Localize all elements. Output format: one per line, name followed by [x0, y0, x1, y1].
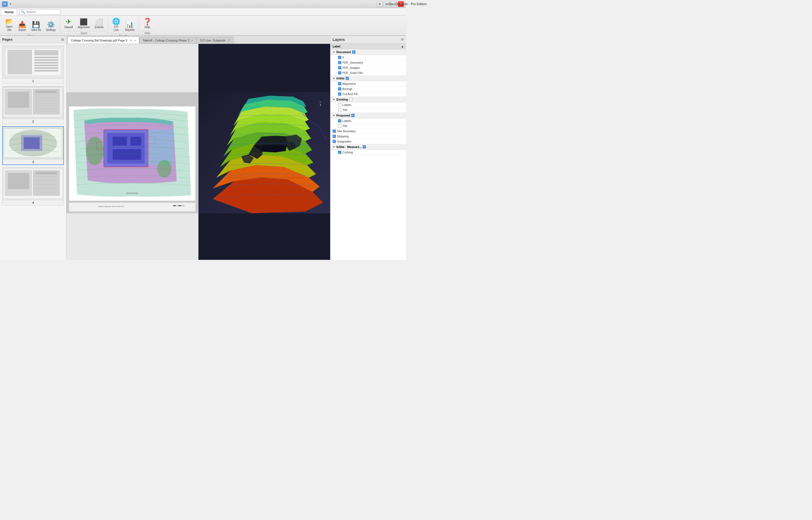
layer-item-pdf-geometry-checkbox[interactable]: ✓: [338, 61, 341, 64]
page-thumb-label-1: 1: [2, 78, 64, 83]
layer-item-0-checkbox[interactable]: ✓: [338, 56, 341, 59]
tab-college-crossing[interactable]: College Crossing Bid Drawings.pdf Page 3…: [67, 36, 139, 44]
page-thumb-svg-4: [2, 167, 64, 200]
save-as-button[interactable]: 💾 Save As: [29, 20, 43, 33]
titlebar: IE ▾ InSite Elevation - Pro Edition ⧉ ─ …: [0, 0, 406, 8]
search-input[interactable]: [26, 10, 59, 14]
layer-group-insite-measure[interactable]: ▼ InSite - Measure... ✓: [330, 144, 406, 150]
layer-item-curbing-label: Curbing: [342, 151, 404, 154]
layer-group-insite[interactable]: ▼ InSite ✓: [330, 76, 406, 81]
layer-item-stripping-checkbox[interactable]: ✓: [333, 135, 336, 138]
takeoff-button[interactable]: ✈ Takeoff: [62, 17, 75, 30]
layer-item-subgrades-checkbox[interactable]: ✓: [333, 140, 336, 143]
ribbon-group-zoom-items: ✈ Takeoff ⬛ Alignment ⬜ Extents: [62, 17, 106, 31]
alignment-button[interactable]: ⬛ Alignment: [76, 17, 91, 30]
restore-button[interactable]: ⧉: [377, 1, 383, 7]
layers-column-sort-icon[interactable]: ▲: [401, 45, 404, 48]
layer-item-cut-and-fill-checkbox[interactable]: ✓: [338, 93, 341, 96]
search-icon: 🔍: [21, 10, 25, 14]
help-button[interactable]: ❓ Help: [141, 17, 154, 30]
ribbon-group-zoom-label: Zoom: [62, 31, 106, 35]
pages-header: Pages ⊞: [0, 36, 66, 43]
page-thumb-svg-2: [2, 86, 64, 119]
layer-group-proposed[interactable]: ▼ Proposed ✓: [330, 113, 406, 119]
layer-item-borings-checkbox[interactable]: ✓: [338, 87, 341, 90]
settings-label: Settings: [46, 28, 56, 32]
import-button[interactable]: 📥 Import: [16, 20, 28, 33]
titlebar-title: InSite Elevation - Pro Edition: [385, 2, 406, 6]
open-job-icon: 📂: [5, 18, 13, 25]
layers-list: ▼ Document ✓ ✓ 0 ✓ PDF_Geometry ✓ PDF_Im…: [330, 49, 406, 260]
tab-3d-live-close[interactable]: ✕: [228, 38, 231, 42]
svg-rect-15: [36, 90, 57, 93]
layer-item-pdf-solid-fills-checkbox[interactable]: ✓: [338, 71, 341, 75]
layer-group-document-checkbox[interactable]: ✓: [352, 50, 355, 54]
tab-3d-live-label: 3-D Live: Subgrade: [200, 39, 226, 42]
layer-item-curbing-checkbox[interactable]: ✓: [338, 151, 341, 154]
3d-live-button[interactable]: 🌐 3-DLive: [110, 17, 122, 33]
layer-group-proposed-label: Proposed: [336, 114, 350, 117]
ribbon-content: 📂 OpenJob 📥 Import 💾 Save As ⚙️ Settings…: [0, 16, 406, 35]
page-thumb-img-2: [2, 86, 64, 119]
layer-item-proposed-labels-checkbox[interactable]: ✓: [338, 119, 341, 123]
open-job-button[interactable]: 📂 OpenJob: [3, 17, 15, 33]
pages-panel-options-icon[interactable]: ⊞: [61, 38, 64, 42]
page-thumb-2[interactable]: 2: [2, 86, 64, 124]
svg-rect-9: [34, 70, 58, 71]
layer-item-cut-and-fill-label: Cut And Fill: [342, 93, 404, 96]
page-thumb-svg-1: [2, 46, 64, 78]
layer-group-insite-measure-checkbox[interactable]: ✓: [363, 145, 366, 149]
tab-takeoff-dropdown[interactable]: ▾: [191, 39, 193, 42]
pages-panel-title: Pages: [2, 37, 12, 42]
layer-group-existing[interactable]: ▼ Existing: [330, 97, 406, 102]
page-thumb-svg-3: [3, 127, 63, 159]
layer-item-pdf-images-label: PDF_Images: [342, 66, 404, 69]
page-thumb-3[interactable]: 3: [2, 126, 64, 165]
3d-view-panel[interactable]: N: [198, 44, 330, 260]
collapse-insite-icon: ▼: [333, 77, 335, 80]
layers-column-header: Label ▲: [330, 44, 406, 49]
layer-item-pdf-images-checkbox[interactable]: ✓: [338, 66, 341, 69]
layer-group-proposed-checkbox[interactable]: ✓: [351, 114, 355, 117]
reports-icon: 📊: [126, 21, 134, 28]
layer-group-existing-checkbox[interactable]: [349, 98, 352, 101]
layer-group-document[interactable]: ▼ Document ✓: [330, 49, 406, 55]
page-thumb-1[interactable]: 1: [2, 46, 64, 84]
svg-rect-5: [34, 59, 58, 61]
svg-point-48: [86, 136, 104, 165]
layer-item-alignment-checkbox[interactable]: ✓: [338, 82, 341, 85]
svg-rect-19: [36, 102, 57, 104]
layer-item-alignment-label: Alignment: [342, 82, 404, 85]
layers-settings-icon[interactable]: ⚙: [401, 38, 404, 42]
settings-button[interactable]: ⚙️ Settings: [44, 20, 58, 33]
main: Pages ⊞: [0, 36, 406, 260]
menu-button[interactable]: ▾: [10, 2, 11, 6]
tab-takeoff[interactable]: Takeoff - College Crossing Phase 2 ▾: [139, 36, 196, 44]
tab-home[interactable]: Home: [1, 9, 17, 16]
svg-rect-55: [179, 205, 181, 206]
svg-rect-2: [8, 50, 32, 74]
import-label: Import: [19, 28, 26, 32]
ribbon-group-zoom: ✈ Takeoff ⬛ Alignment ⬜ Extents Zoom: [60, 17, 108, 35]
tab-college-crossing-dropdown[interactable]: ▾: [134, 39, 136, 42]
ribbon: Home 🔍 📂 OpenJob 📥 Import 💾 Save As: [0, 8, 406, 36]
layer-item-site-boundary-checkbox[interactable]: ✓: [333, 130, 336, 133]
layer-item-proposed-tin-checkbox[interactable]: [338, 124, 341, 128]
ribbon-group-help-items: ❓ Help: [141, 17, 154, 31]
search-box[interactable]: 🔍: [19, 9, 61, 15]
reports-button[interactable]: 📊 Reports: [123, 20, 136, 33]
save-as-label: Save As: [31, 28, 41, 32]
layer-item-existing-tin-checkbox[interactable]: [338, 108, 341, 112]
layer-item-existing-labels-checkbox[interactable]: [338, 103, 341, 106]
page-thumb-4[interactable]: 4: [2, 167, 64, 205]
tab-college-crossing-close[interactable]: ✕: [130, 38, 132, 42]
layer-item-0-label: 0: [342, 56, 404, 59]
svg-rect-35: [36, 180, 57, 181]
ribbon-tabs: Home 🔍: [0, 8, 406, 16]
extents-button[interactable]: ⬜ Extents: [92, 17, 105, 30]
layer-group-insite-checkbox[interactable]: ✓: [346, 77, 349, 80]
svg-rect-44: [131, 136, 141, 146]
tab-3d-live[interactable]: 3-D Live: Subgrade ✕: [196, 36, 234, 44]
drawing-panel[interactable]: KING ROAD EAST GRADING, DRAINAGE, AND UT…: [66, 44, 198, 260]
help-label: Help: [144, 26, 150, 29]
